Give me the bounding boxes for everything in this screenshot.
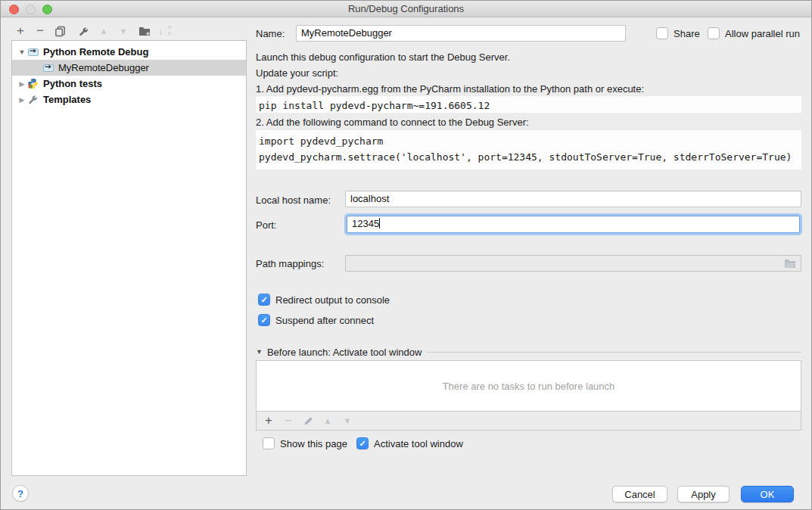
edit-templates-icon[interactable] bbox=[76, 23, 91, 39]
templates-wrench-icon bbox=[27, 94, 40, 105]
new-folder-icon[interactable] bbox=[137, 23, 152, 39]
pip-install-command: pip install pydevd-pycharm~=191.6605.12 bbox=[256, 96, 801, 113]
checkbox-checked-icon bbox=[258, 314, 270, 326]
tree-item-label: MyRemoteDebugger bbox=[58, 62, 149, 73]
remove-configuration-icon[interactable]: − bbox=[33, 23, 48, 39]
tasks-toolbar: + − ▲ ▼ bbox=[257, 411, 801, 430]
path-mappings-label: Path mappings: bbox=[256, 258, 324, 269]
apply-button[interactable]: Apply bbox=[677, 486, 730, 502]
no-tasks-message: There are no tasks to run before launch bbox=[443, 381, 615, 392]
checkbox-checked-icon bbox=[258, 294, 270, 306]
settrace-code-block: import pydevd_pycharm pydevd_pycharm.set… bbox=[256, 130, 801, 169]
show-this-page-checkbox[interactable]: Show this page bbox=[263, 437, 347, 449]
tree-item-label: Python tests bbox=[43, 78, 102, 89]
move-task-up-icon[interactable]: ▲ bbox=[320, 413, 335, 428]
port-label: Port: bbox=[256, 219, 276, 231]
local-host-name-label: Local host name: bbox=[256, 194, 331, 206]
tree-item-templates[interactable]: ▶ Templates bbox=[12, 92, 246, 107]
expand-arrow-icon[interactable]: ▶ bbox=[17, 96, 27, 104]
python-tests-icon bbox=[27, 78, 40, 89]
tasks-list[interactable]: There are no tasks to run before launch bbox=[257, 361, 801, 411]
checkbox-icon bbox=[708, 27, 720, 39]
add-task-icon[interactable]: + bbox=[261, 413, 276, 428]
text-caret bbox=[379, 218, 380, 229]
browse-folder-icon[interactable] bbox=[784, 258, 796, 271]
local-host-name-input[interactable]: localhost bbox=[345, 191, 801, 207]
name-label: Name: bbox=[256, 28, 285, 39]
collapse-arrow-icon[interactable]: ▼ bbox=[256, 348, 263, 356]
before-launch-title: Before launch: Activate tool window bbox=[267, 347, 422, 358]
tree-item-myremotedebugger[interactable]: MyRemoteDebugger bbox=[12, 60, 246, 76]
help-button[interactable]: ? bbox=[12, 485, 29, 502]
path-mappings-input[interactable] bbox=[345, 255, 801, 272]
step1-text: 1. Add pydevd-pycharm.egg from the PyCha… bbox=[256, 83, 644, 95]
checkbox-icon bbox=[656, 27, 668, 39]
suspend-after-connect-checkbox[interactable]: Suspend after connect bbox=[258, 314, 374, 326]
before-launch-tasks-panel[interactable]: There are no tasks to run before launch … bbox=[256, 360, 801, 431]
remove-task-icon[interactable]: − bbox=[281, 413, 296, 428]
remote-debug-config-icon bbox=[27, 46, 40, 58]
redirect-output-checkbox[interactable]: Redirect output to console bbox=[258, 294, 390, 306]
collapse-arrow-icon[interactable]: ▼ bbox=[17, 48, 27, 56]
edit-task-icon[interactable] bbox=[300, 413, 316, 428]
name-input[interactable]: MyRemoteDebugger bbox=[296, 25, 626, 42]
tree-item-label: Python Remote Debug bbox=[43, 46, 148, 58]
run-debug-configurations-dialog: Run/Debug Configurations + − ▲ ▼ ↓ a z ▼ bbox=[0, 0, 812, 510]
allow-parallel-run-checkbox[interactable]: Allow parallel run bbox=[708, 27, 800, 39]
move-task-down-icon[interactable]: ▼ bbox=[340, 413, 355, 428]
checkbox-icon bbox=[263, 437, 275, 449]
update-script-text: Update your script: bbox=[256, 67, 338, 79]
activate-tool-window-checkbox[interactable]: Activate tool window bbox=[356, 437, 463, 449]
tree-item-label: Templates bbox=[43, 94, 91, 105]
add-configuration-icon[interactable]: + bbox=[13, 23, 28, 39]
step2-text: 2. Add the following command to connect … bbox=[256, 117, 529, 128]
ok-button[interactable]: OK bbox=[741, 486, 794, 502]
move-down-icon[interactable]: ▼ bbox=[116, 23, 131, 39]
tree-item-python-remote-debug[interactable]: ▼ Python Remote Debug bbox=[12, 44, 246, 60]
share-checkbox[interactable]: Share bbox=[656, 27, 700, 39]
move-up-icon[interactable]: ▲ bbox=[96, 23, 111, 39]
tree-item-python-tests[interactable]: ▶ Python tests bbox=[12, 76, 246, 92]
window-title: Run/Debug Configurations bbox=[1, 3, 811, 14]
checkbox-checked-icon bbox=[356, 437, 369, 449]
configurations-tree[interactable]: ▼ Python Remote Debug MyRemoteDebugger ▶… bbox=[11, 40, 247, 476]
cancel-button[interactable]: Cancel bbox=[612, 486, 667, 502]
before-launch-section-header[interactable]: ▼ Before launch: Activate tool window bbox=[256, 346, 801, 358]
section-divider bbox=[426, 352, 801, 353]
copy-configuration-icon[interactable] bbox=[52, 23, 67, 39]
remote-debug-config-icon bbox=[42, 62, 55, 73]
intro-text: Launch this debug configuration to start… bbox=[256, 51, 510, 63]
title-bar[interactable]: Run/Debug Configurations bbox=[1, 1, 811, 17]
port-input[interactable]: 12345 bbox=[347, 216, 800, 233]
expand-arrow-icon[interactable]: ▶ bbox=[17, 80, 27, 88]
sort-configurations-icon[interactable]: ↓ a z bbox=[157, 23, 173, 39]
